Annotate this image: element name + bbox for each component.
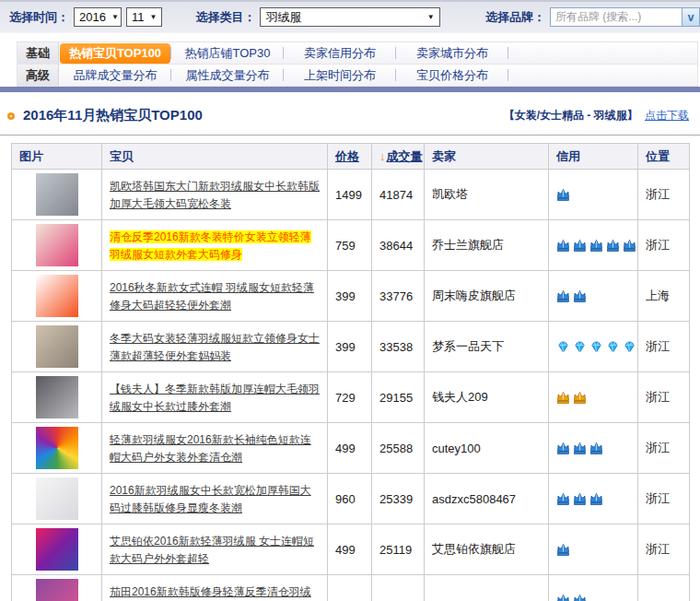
- credit-rating: [549, 575, 638, 601]
- product-thumbnail[interactable]: [36, 173, 78, 216]
- brand-search-input[interactable]: 所有品牌 (搜索...): [551, 8, 682, 26]
- volume-value: 25588: [372, 423, 425, 474]
- location-value: 浙江: [638, 220, 690, 271]
- seller-name: 周末嗨皮旗舰店: [425, 271, 549, 322]
- price-value: 729: [328, 372, 372, 423]
- volume-value: 25119: [372, 524, 425, 575]
- credit-rating: [549, 271, 638, 322]
- blue-crown-icon: [572, 442, 588, 455]
- credit-rating: [549, 423, 638, 474]
- column-header-item: 宝贝: [102, 144, 328, 170]
- table-row: 2016新款羽绒服女中长款宽松加厚韩国大码过膝韩版修身显瘦冬装潮96025339…: [12, 474, 690, 524]
- product-thumbnail[interactable]: [36, 579, 78, 601]
- blue-crown-icon: [555, 289, 571, 303]
- tab-seller-credit-distribution[interactable]: 卖家信用分布: [284, 42, 396, 64]
- blue-crown-icon: [555, 188, 571, 202]
- product-title-link[interactable]: 艾思铂依2016新款轻薄羽绒服 女士连帽短款大码户外外套超轻: [110, 535, 314, 565]
- section-header: 2016年11月热销宝贝TOP100 【女装/女士精品 - 羽绒服】 点击下载: [0, 92, 700, 132]
- blue-crown-icon: [622, 239, 637, 253]
- credit-rating: [549, 322, 638, 372]
- gold-crown-icon: [555, 391, 571, 405]
- product-title-link[interactable]: 茄田2016新款韩版修身轻薄反季清仓羽绒服女短款连帽外套潮: [110, 585, 311, 601]
- brand-dropdown-button[interactable]: v: [682, 8, 699, 26]
- seller-name: [425, 575, 549, 601]
- blue-diamond-icon: [572, 340, 588, 354]
- column-header-price: 价格: [328, 144, 372, 170]
- sort-by-price-link[interactable]: 价格: [335, 149, 359, 163]
- column-header-location: 位置: [638, 144, 690, 170]
- product-title-link[interactable]: 冬季大码女装轻薄羽绒服短款立领修身女士薄款超薄轻便外套妈妈装: [110, 332, 320, 362]
- blue-crown-icon: [555, 594, 571, 601]
- product-thumbnail[interactable]: [36, 477, 78, 520]
- product-thumbnail[interactable]: [36, 427, 78, 469]
- product-thumbnail[interactable]: [36, 528, 78, 571]
- table-row: 茄田2016新款韩版修身轻薄反季清仓羽绒服女短款连帽外套潮: [12, 575, 690, 601]
- tab-listing-time-distribution[interactable]: 上架时间分布: [284, 65, 396, 86]
- product-thumbnail[interactable]: [36, 376, 78, 418]
- seller-name: cutey100: [425, 423, 549, 474]
- product-title-link[interactable]: 凯欧塔韩国东大门新款羽绒服女中长款韩版加厚大毛领大码宽松冬装: [110, 180, 320, 210]
- category-select-value: 羽绒服: [265, 9, 301, 26]
- price-value: 399: [328, 322, 372, 372]
- volume-value: 38644: [372, 220, 425, 271]
- blue-diamond-icon: [555, 340, 571, 354]
- tab-attribute-volume-distribution[interactable]: 属性成交量分布: [171, 65, 284, 86]
- year-select-value: 2016: [79, 10, 106, 24]
- column-header-volume: ↓成交量: [372, 144, 425, 170]
- volume-value: 25339: [372, 474, 425, 524]
- seller-name: asdzxc5808467: [425, 474, 549, 524]
- blue-crown-icon: [589, 239, 604, 253]
- blue-crown-icon: [589, 442, 604, 455]
- location-value: 浙江: [638, 524, 690, 575]
- category-filter-label: 选择类目：: [195, 9, 255, 26]
- month-select[interactable]: 11 ▼: [126, 7, 162, 27]
- seller-name: 艾思铂依旗舰店: [425, 524, 549, 575]
- volume-value: 33776: [372, 271, 425, 322]
- product-title-link[interactable]: 2016秋冬新款女式连帽 羽绒服女短款轻薄 修身大码超轻轻便外套潮: [110, 281, 314, 312]
- blue-crown-icon: [555, 492, 571, 506]
- blue-crown-icon: [555, 239, 571, 253]
- product-title-link[interactable]: 2016新款羽绒服女中长款宽松加厚韩国大码过膝韩版修身显瘦冬装潮: [110, 484, 311, 514]
- column-header-image: 图片: [12, 144, 102, 170]
- tab-hot-items-top100[interactable]: 热销宝贝TOP100: [59, 42, 171, 64]
- location-value: 上海: [638, 271, 690, 322]
- brand-combobox[interactable]: 所有品牌 (搜索...) v: [550, 7, 700, 27]
- seller-name: 凯欧塔: [425, 170, 549, 220]
- location-value: 浙江: [638, 474, 690, 524]
- blue-diamond-icon: [605, 340, 621, 354]
- blue-crown-icon: [572, 239, 588, 253]
- tab-seller-city-distribution[interactable]: 卖家城市分布: [396, 42, 508, 64]
- sort-descending-icon: ↓: [379, 149, 386, 163]
- location-value: [638, 575, 690, 601]
- tab-brand-volume-distribution[interactable]: 品牌成交量分布: [59, 65, 171, 86]
- sort-by-volume-link[interactable]: 成交量: [387, 149, 423, 163]
- advanced-tab-row: 高级 品牌成交量分布 属性成交量分布 上架时间分布 宝贝价格分布: [17, 64, 698, 87]
- volume-value: 41874: [372, 170, 425, 220]
- product-title-link[interactable]: 轻薄款羽绒服女2016新款长袖纯色短款连帽大码户外女装外套清仓潮: [110, 433, 311, 464]
- basic-tab-row: 基础 热销宝贝TOP100 热销店铺TOP30 卖家信用分布 卖家城市分布: [17, 41, 698, 65]
- location-value: 浙江: [638, 322, 690, 372]
- year-select[interactable]: 2016 ▼: [74, 7, 122, 27]
- category-select[interactable]: 羽绒服 ▼: [260, 7, 439, 27]
- seller-name: 乔士兰旗舰店: [425, 220, 549, 271]
- table-row: 凯欧塔韩国东大门新款羽绒服女中长款韩版加厚大毛领大码宽松冬装149941874凯…: [12, 170, 690, 220]
- chevron-down-icon: ▼: [111, 13, 119, 21]
- location-value: 浙江: [638, 170, 690, 220]
- chevron-down-icon: ▼: [427, 13, 435, 21]
- product-thumbnail[interactable]: [36, 275, 78, 317]
- tab-hot-shops-top30[interactable]: 热销店铺TOP30: [171, 42, 284, 64]
- table-row: 艾思铂依2016新款轻薄羽绒服 女士连帽短款大码户外外套超轻49925119艾思…: [12, 524, 690, 575]
- top100-table: 图片 宝贝 价格 ↓成交量 卖家 信用 位置 凯欧塔韩国东大门新款羽绒服女中长款…: [11, 143, 690, 601]
- product-thumbnail[interactable]: [36, 224, 78, 266]
- table-header-row: 图片 宝贝 价格 ↓成交量 卖家 信用 位置: [12, 144, 690, 170]
- credit-rating: [549, 474, 638, 524]
- download-link[interactable]: 点击下载: [645, 109, 689, 122]
- product-title-link[interactable]: 清仓反季2016新款冬装特价女装立领轻薄羽绒服女短款外套大码修身: [110, 230, 311, 261]
- price-value: 960: [328, 474, 372, 524]
- product-title-link[interactable]: 【钱夫人】冬季新款韩版加厚连帽大毛领羽绒服女中长款过膝外套潮: [110, 383, 320, 413]
- tab-item-price-distribution[interactable]: 宝贝价格分布: [396, 65, 508, 86]
- product-thumbnail[interactable]: [36, 325, 78, 368]
- basic-tabs-label: 基础: [18, 42, 59, 64]
- table-row: 【钱夫人】冬季新款韩版加厚连帽大毛领羽绒服女中长款过膝外套潮72929155钱夫…: [12, 372, 690, 423]
- price-value: 499: [328, 423, 372, 474]
